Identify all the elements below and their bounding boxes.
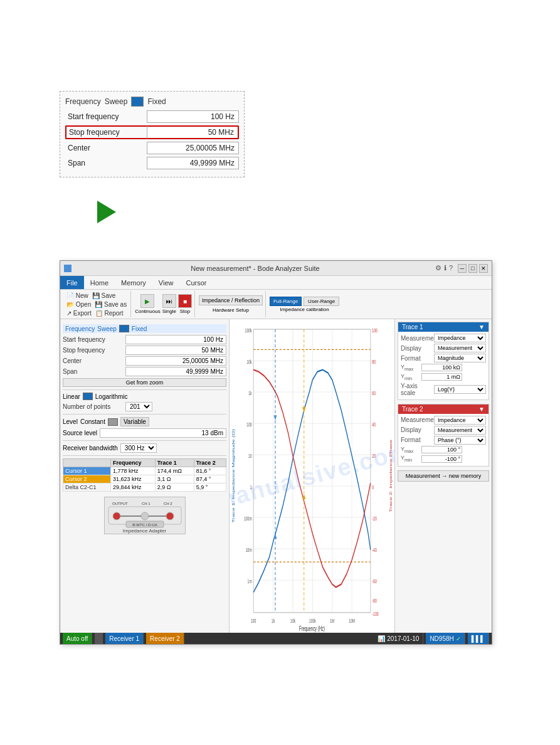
stop-button[interactable]: ■ <box>178 294 192 308</box>
svg-text:Frequency (Hz): Frequency (Hz) <box>299 625 325 633</box>
freq-label-lp: Frequency <box>65 325 95 332</box>
menu-cursor[interactable]: Cursor <box>179 278 213 288</box>
lp-stop-value[interactable]: 50 MHz <box>125 346 226 355</box>
trace2-section: Trace 2 ▼ Measurement Impedance Display … <box>398 404 489 467</box>
menu-home[interactable]: Home <box>84 278 115 288</box>
app-icon <box>64 265 71 272</box>
trace2-ymin-label: Ymin <box>401 455 420 463</box>
hw-setup-label: Hardware Setup <box>213 307 249 313</box>
frequency-label: Frequency <box>65 97 101 106</box>
lp-center: Center 25,00005 MHz <box>63 356 226 366</box>
source-value[interactable]: 13 dBm <box>100 428 226 438</box>
userrange-label: User-Range <box>308 299 335 304</box>
cursor-table-row: Delta C2-C1 29,844 kHz 2,9 Ω 5,9 ° <box>63 483 226 492</box>
save-button[interactable]: 💾 Save <box>91 292 117 300</box>
svg-text:100: 100 <box>251 617 256 624</box>
trace2-ymax-input[interactable]: 100 ° <box>421 446 462 453</box>
settings-icon[interactable]: ⚙ <box>435 264 441 272</box>
lp-span: Span 49,9999 MHz <box>63 367 226 376</box>
minimize-button[interactable]: ─ <box>458 264 467 273</box>
trace2-ymin-row: Ymin -100 ° <box>401 455 486 463</box>
menu-file[interactable]: File <box>60 276 84 289</box>
close-button[interactable]: ✕ <box>479 264 488 273</box>
svg-text:-100: -100 <box>372 610 378 617</box>
trace1-display-select[interactable]: Measurement <box>434 344 486 352</box>
trace1-format-select[interactable]: Magnitude <box>434 354 486 362</box>
trace1-measurement-select[interactable]: Impedance <box>434 334 486 342</box>
stop-label: Stop <box>180 309 190 314</box>
lp-span-value[interactable]: 49,9999 MHz <box>125 367 226 376</box>
trace1-yaxis-scale-select[interactable]: Log(Y) Linear <box>434 385 486 394</box>
report-button[interactable]: 📋 Report <box>94 309 125 317</box>
trace2-display-row: Display Measurement <box>401 426 486 435</box>
single-button[interactable]: ⏭ <box>162 294 176 308</box>
sweep-toggle[interactable] <box>131 97 144 107</box>
memory-button[interactable]: Measurement → new memory <box>398 470 489 482</box>
saveas-button[interactable]: 💾 Save as <box>93 300 128 309</box>
receiver1-status: Receiver 1 <box>105 633 144 644</box>
trace1-ymin-input[interactable]: 1 mΩ <box>421 373 462 381</box>
lp-start-freq: Start frequency 100 Hz <box>63 335 226 344</box>
menu-view[interactable]: View <box>152 278 180 288</box>
num-points-select[interactable]: 201 401 801 <box>125 402 152 411</box>
measure-toolbar-group: ▶ Continuous ⏭ Single ■ Stop <box>132 291 195 317</box>
svg-text:60: 60 <box>372 389 376 396</box>
col-cursor <box>63 459 111 467</box>
maximize-button[interactable]: □ <box>468 264 477 273</box>
num-points-row: Number of points 201 401 801 <box>63 402 226 411</box>
cursor-t2-cell: 5,9 ° <box>194 483 226 492</box>
get-from-zoom-button[interactable]: Get from zoom <box>63 378 226 387</box>
lp-start-value[interactable]: 100 Hz <box>125 335 226 344</box>
chart-area: manualsive.com <box>230 319 394 633</box>
svg-point-6 <box>166 512 174 520</box>
svg-text:1k: 1k <box>272 617 275 624</box>
menu-memory[interactable]: Memory <box>115 278 152 288</box>
play-button[interactable] <box>97 201 116 223</box>
userrange-button[interactable]: User-Range <box>304 297 339 306</box>
center-value[interactable]: 25,00005 MHz <box>147 142 239 154</box>
span-value[interactable]: 49,9999 MHz <box>147 157 239 169</box>
svg-text:B-WTC / D-UA: B-WTC / D-UA <box>132 523 157 527</box>
sweep-label: Sweep <box>105 97 128 106</box>
fullrange-button[interactable]: Full-Range <box>270 297 302 306</box>
svg-text:1: 1 <box>250 483 252 490</box>
start-freq-value[interactable]: 100 Hz <box>147 110 239 123</box>
svg-text:CH 2: CH 2 <box>164 502 172 505</box>
window-title: New measurement* - Bode Analyzer Suite <box>75 265 435 272</box>
trace2-measurement-select[interactable]: Impedance <box>434 416 486 425</box>
trace1-format-row: Format Magnitude <box>401 354 486 362</box>
cursor-freq-cell: 31,623 kHz <box>111 475 156 483</box>
svg-text:1M: 1M <box>330 617 334 624</box>
info-icon[interactable]: ℹ <box>444 264 446 272</box>
trace1-ymax-input[interactable]: 100 kΩ <box>421 364 462 371</box>
sweep-toggle-lp[interactable] <box>119 325 129 332</box>
new-button[interactable]: 📄 New <box>65 292 90 300</box>
impedance-reflection-button[interactable]: Impedance / Reflection <box>199 295 263 305</box>
hw-setup-group: Impedance / Reflection Hardware Setup <box>196 291 266 317</box>
lp-center-value[interactable]: 25,00005 MHz <box>125 356 226 366</box>
svg-text:10k: 10k <box>246 358 251 365</box>
continuous-button[interactable]: ▶ <box>140 294 154 308</box>
window-controls: ─ □ ✕ <box>458 264 488 273</box>
trace2-ymin-input[interactable]: -100 ° <box>421 455 462 463</box>
span-row: Span 49,9999 MHz <box>65 157 239 169</box>
chart-svg: 100k 10k 1k 100 10 1 100m 10m 1m 100 80 … <box>230 319 394 633</box>
source-label: Source level <box>63 430 97 436</box>
level-toggle[interactable] <box>108 418 118 426</box>
receiver2-status: Receiver 2 <box>146 633 184 644</box>
trace2-format-select[interactable]: Phase (°) <box>434 436 486 445</box>
impedance-cal-label: Impedance calibration <box>270 307 339 312</box>
help-icon[interactable]: ? <box>449 264 453 272</box>
open-button[interactable]: 📂 Open <box>65 300 92 309</box>
receiver-bw-select[interactable]: 300 Hz 1 kHz 10 kHz <box>120 443 157 453</box>
impedance-reflection-label: Impedance / Reflection <box>202 297 260 304</box>
trace2-display-select[interactable]: Measurement <box>434 426 486 435</box>
svg-text:100: 100 <box>246 421 251 428</box>
sweep-type-toggle[interactable] <box>83 393 93 400</box>
svg-text:10k: 10k <box>290 617 295 624</box>
export-button[interactable]: ↗ Export <box>65 309 93 317</box>
stop-freq-value[interactable]: 50 MHz <box>147 125 239 139</box>
trace1-section: Trace 1 ▼ Measurement Impedance Display … <box>398 322 489 400</box>
cursor-table-row: Cursor 1 1,778 kHz 174,4 mΩ 81,6 ° <box>63 467 226 475</box>
chart-icon: 📊 <box>378 635 385 642</box>
